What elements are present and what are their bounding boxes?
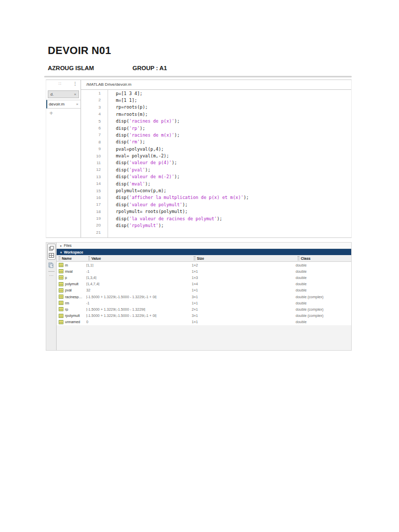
table-row[interactable]: rp[-1.5000 + 1.3229i;-1.5000 - 1.3229i]2…	[57, 306, 351, 312]
line-number[interactable]: 17	[81, 201, 108, 208]
variable-name: racinesp…	[65, 295, 82, 299]
line-number[interactable]: 22	[81, 236, 108, 237]
sidebar-filter[interactable]: d. ×	[48, 90, 79, 98]
line-number[interactable]: 4	[81, 111, 108, 117]
code-line[interactable]: 4rm=roots(m);	[81, 111, 351, 117]
cell-class: double	[296, 282, 351, 286]
code-line[interactable]: 16disp('afficher la multplication de p(x…	[81, 194, 351, 201]
line-number[interactable]: 16	[81, 194, 108, 201]
close-icon[interactable]: ×	[76, 102, 78, 107]
variable-name: p	[65, 276, 67, 280]
line-number[interactable]: 1	[81, 90, 108, 97]
line-number[interactable]: 3	[81, 104, 108, 111]
line-number[interactable]: 5	[81, 117, 108, 124]
code-line[interactable]: 8disp('rm');	[81, 139, 351, 145]
variable-name: mval	[65, 270, 73, 273]
code-line[interactable]: 18rpolymult= roots(polymult);	[81, 208, 351, 215]
line-number[interactable]: 15	[81, 187, 108, 194]
code-line[interactable]: 11disp('valeur de p(4)');	[81, 159, 351, 166]
drag-handle-icon: ∷	[59, 82, 61, 86]
line-number[interactable]: 21	[81, 229, 108, 236]
column-grip-icon	[194, 256, 195, 260]
cell-size: 1×1	[192, 320, 296, 324]
column-header-value[interactable]: Value	[86, 255, 192, 261]
cell-value: -1	[86, 301, 192, 305]
table-row[interactable]: unnamed01×1double	[57, 319, 351, 325]
workspace-section-header[interactable]: ▾ Workspace	[57, 249, 351, 255]
code-line[interactable]: 5disp('racines de p(x)');	[81, 117, 351, 124]
table-row[interactable]: racinesp…[-1.5000 + 1.3229i;-1.5000 - 1.…	[57, 294, 351, 300]
line-number[interactable]: 6	[81, 125, 108, 131]
column-header-name[interactable]: Name	[57, 255, 86, 261]
grid-view-icon[interactable]	[49, 253, 54, 258]
line-number[interactable]: 18	[81, 208, 108, 215]
code-line[interactable]: 3rp=roots(p);	[81, 104, 351, 111]
table-row[interactable]: m[1,1]1×2double	[57, 262, 351, 268]
code-line[interactable]: 22	[81, 236, 351, 237]
cell-class: double	[296, 301, 351, 305]
line-number[interactable]: 9	[81, 145, 108, 152]
editor-sidebar: ∷ ⋮ d. × devoir.m × +	[46, 80, 81, 237]
code-editor[interactable]: 1p=[1 3 4];2m=[1 1];3rp=roots(p);4rm=roo…	[81, 90, 351, 237]
variables-table: m[1,1]1×2doublemval-11×1doublep[1,3,4]1×…	[57, 262, 351, 325]
code-line[interactable]: 6disp('rp');	[81, 125, 351, 131]
code-line[interactable]: 9pval=polyval(p,4);	[81, 145, 351, 152]
line-number[interactable]: 20	[81, 222, 108, 229]
cell-class: double	[296, 270, 351, 273]
cell-value: [-1.5000 + 1.3229i;-1.5000 - 1.3229i]	[86, 308, 192, 311]
code-text: p=[1 3 4];	[108, 91, 142, 96]
line-number[interactable]: 14	[81, 180, 108, 187]
table-row[interactable]: rpolymult[-1.5000 + 1.3229i;-1.5000 - 1.…	[57, 313, 351, 319]
files-section-header[interactable]: ▸ Files	[57, 243, 351, 249]
variable-icon	[59, 263, 63, 267]
code-line[interactable]: 17disp('valeur de polymult');	[81, 201, 351, 208]
line-number[interactable]: 13	[81, 174, 108, 180]
code-line[interactable]: 14disp('mval');	[81, 180, 351, 187]
code-line[interactable]: 10mval= polyval(m,-2);	[81, 152, 351, 159]
code-line[interactable]: 20disp('rpolymult');	[81, 222, 351, 229]
table-row[interactable]: pval321×1double	[57, 287, 351, 294]
kebab-menu-icon[interactable]: ⋮	[73, 81, 77, 86]
cell-value: [-1.5000 + 1.3229i;-1.5000 - 1.3229i;-1 …	[86, 295, 192, 299]
files-section-label: Files	[64, 244, 72, 247]
table-row[interactable]: rm-11×1double	[57, 300, 351, 306]
cell-size: 1×1	[192, 288, 296, 292]
line-number[interactable]: 10	[81, 152, 108, 159]
code-line[interactable]: 19disp('la valeur de racines de polymut'…	[81, 215, 351, 222]
cell-name: rp	[57, 307, 86, 311]
code-line[interactable]: 15polymult=conv(p,m);	[81, 187, 351, 194]
code-line[interactable]: 13disp('valeur de m(-2)');	[81, 174, 351, 180]
code-line[interactable]: 12disp('pval');	[81, 166, 351, 173]
layout-panels-icon[interactable]	[49, 246, 54, 251]
matlab-editor-screenshot: ∷ ⋮ d. × devoir.m × + /MATLAB Drive/devo…	[46, 79, 352, 238]
column-header-class[interactable]: Class	[296, 255, 351, 261]
line-number[interactable]: 7	[81, 131, 108, 138]
tab-devoir[interactable]: devoir.m ×	[46, 100, 81, 109]
close-icon[interactable]: ×	[74, 92, 76, 97]
overflow-menu-icon[interactable]: ⋯	[49, 273, 54, 278]
cell-class: double (complex)	[296, 295, 351, 299]
code-text: rpolymult= roots(polymult);	[108, 209, 188, 214]
column-header-size[interactable]: Size	[192, 255, 296, 261]
copy-document-icon[interactable]	[48, 262, 54, 268]
code-line[interactable]: 1p=[1 3 4];	[81, 90, 351, 97]
table-row[interactable]: p[1,3,4]1×3double	[57, 274, 351, 281]
line-number[interactable]: 11	[81, 159, 108, 166]
table-row[interactable]: mval-11×1double	[57, 268, 351, 274]
table-row[interactable]: polymult[1,4,7,4]1×4double	[57, 281, 351, 287]
line-number[interactable]: 12	[81, 166, 108, 173]
cell-class: double	[296, 288, 351, 292]
new-tab-button[interactable]: +	[46, 111, 81, 116]
line-number[interactable]: 19	[81, 215, 108, 222]
code-line[interactable]: 7disp('racines de m(x)');	[81, 131, 351, 138]
cell-class: double (complex)	[296, 308, 351, 311]
code-line[interactable]: 21	[81, 229, 351, 236]
code-text: m=[1 1];	[108, 98, 137, 103]
column-label: Value	[91, 257, 101, 260]
line-number[interactable]: 8	[81, 139, 108, 145]
column-label: Class	[301, 257, 311, 260]
group-label: GROUP : A1	[132, 65, 167, 71]
code-line[interactable]: 2m=[1 1];	[81, 97, 351, 103]
line-number[interactable]: 2	[81, 97, 108, 103]
variable-name: m	[65, 263, 68, 267]
